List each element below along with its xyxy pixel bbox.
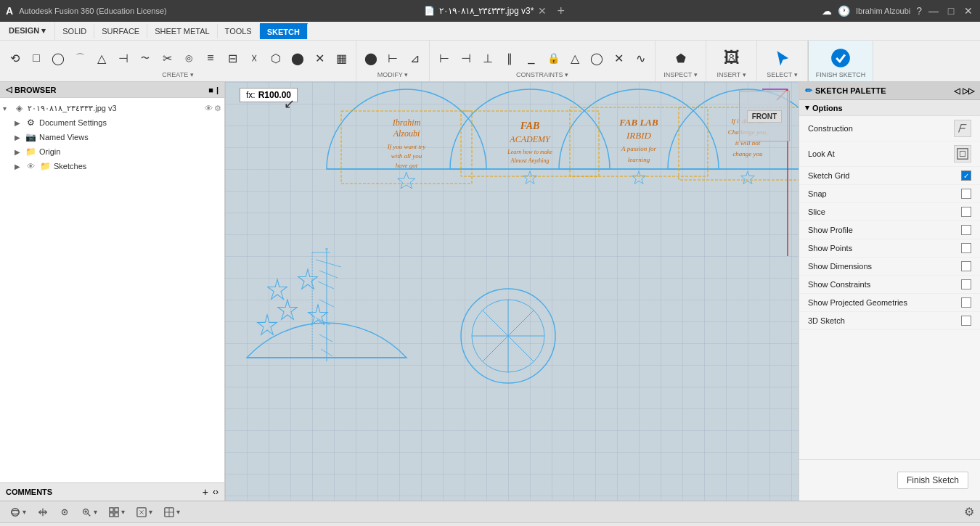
measure-tool[interactable]: ⬟: [671, 48, 691, 68]
palette-row-look-at: Look At: [799, 141, 980, 167]
move-tool[interactable]: ⬤: [361, 48, 381, 68]
mirror-tool[interactable]: ≡: [200, 48, 221, 68]
text-tool[interactable]: ⬡: [266, 48, 286, 68]
maximize-btn[interactable]: □: [945, 5, 957, 17]
select-tool[interactable]: [772, 48, 793, 68]
orbit-btn[interactable]: ▾: [6, 506, 30, 519]
tab-solid[interactable]: SOLID: [55, 24, 94, 38]
help-icon[interactable]: ?: [916, 5, 922, 17]
show-dimensions-checkbox[interactable]: [961, 261, 971, 271]
offset-tool[interactable]: ◎: [179, 48, 199, 68]
svg-marker-0: [777, 52, 787, 65]
slice-checkbox[interactable]: [961, 207, 971, 217]
coincident-tool[interactable]: ⊢: [434, 48, 454, 68]
svg-line-39: [316, 260, 341, 267]
horiz-tool[interactable]: ⎯: [521, 48, 542, 68]
browser-collapse-icon[interactable]: ■: [208, 86, 213, 94]
palette-expand-icon[interactable]: ◁: [954, 86, 960, 96]
explode-tool[interactable]: ⊿: [404, 48, 425, 68]
fix-tool[interactable]: ✕: [608, 48, 629, 68]
snap-checkbox[interactable]: [961, 189, 971, 199]
perp-tool[interactable]: ⊥: [478, 48, 498, 68]
settings-icon[interactable]: ⚙: [964, 506, 974, 518]
svg-text:Almost Anything: Almost Anything: [510, 157, 550, 164]
palette-row-show-projected: Show Projected Geometries: [799, 294, 980, 312]
finish-sketch-toolbar-btn[interactable]: [830, 48, 851, 68]
trim-tool[interactable]: ✂: [157, 48, 177, 68]
svg-marker-36: [309, 305, 328, 324]
tab-tools[interactable]: TOOLS: [218, 24, 260, 38]
show-dimensions-label: Show Dimensions: [808, 262, 872, 271]
root-settings-icon[interactable]: ⚙: [214, 104, 221, 113]
insert-img-tool[interactable]: 🖼: [722, 48, 742, 68]
ellipse-tool[interactable]: ⊣: [113, 48, 134, 68]
show-profile-checkbox[interactable]: [961, 225, 971, 235]
cloud-icon[interactable]: ☁: [822, 5, 832, 17]
3d-sketch-action: [961, 316, 971, 326]
chamfer-tool[interactable]: ▦: [331, 48, 351, 68]
canvas-area[interactable]: fx: R100.00 ↙ Ibrahim Alzoubi If you wan…: [225, 82, 799, 501]
tab-sheet-metal[interactable]: SHEET METAL: [147, 24, 217, 38]
sym-tool[interactable]: ◯: [587, 48, 607, 68]
close-tab-icon[interactable]: ✕: [538, 5, 547, 17]
polygon-tool[interactable]: △: [91, 48, 112, 68]
project-tool[interactable]: ☓: [244, 48, 264, 68]
fillet-tool[interactable]: ✕: [309, 48, 330, 68]
lock-tool[interactable]: 🔒: [543, 48, 563, 68]
tree-sketches[interactable]: ▶ 👁 📁 Sketches: [0, 159, 224, 173]
wireframe-btn[interactable]: ▾: [160, 506, 184, 519]
sketches-eye-icon[interactable]: 👁: [25, 160, 36, 172]
sketch-grid-checkbox[interactable]: [961, 170, 971, 181]
finish-sketch-btn[interactable]: Finish Sketch: [897, 472, 968, 489]
arc-tool[interactable]: ⌒: [70, 48, 90, 68]
show-projected-checkbox[interactable]: [961, 297, 971, 308]
show-constraints-checkbox[interactable]: [961, 279, 971, 289]
browser-back-icon[interactable]: ◁: [6, 85, 12, 94]
show-points-checkbox[interactable]: [961, 243, 971, 253]
circle-tool[interactable]: ◯: [48, 48, 68, 68]
view-mode-btn[interactable]: ▾: [105, 506, 129, 519]
collinear-tool[interactable]: ⊣: [456, 48, 476, 68]
options-title[interactable]: ▾ Options: [799, 100, 980, 116]
comments-collapse-icon[interactable]: ‹›: [213, 487, 219, 497]
root-eye-icon[interactable]: 👁: [205, 104, 213, 112]
tree-doc-settings[interactable]: ▶ ⚙ Document Settings: [0, 115, 224, 130]
zoom-btn[interactable]: ▾: [77, 506, 102, 519]
tree-root[interactable]: ▾ ◈ ٢٣٤٣٣٣_٢٠١٩٠٨١٨.jpg v3 👁 ⚙: [0, 101, 224, 115]
inspect-icons: ⬟: [671, 42, 691, 71]
construction-btn[interactable]: [954, 120, 971, 137]
browser-header: ◁ BROWSER ■ |: [0, 82, 224, 98]
look-btn[interactable]: [55, 506, 74, 519]
design-dropdown[interactable]: DESIGN ▾: [0, 22, 55, 40]
tree-named-views[interactable]: ▶ 📷 Named Views: [0, 130, 224, 144]
comments-add-icon[interactable]: +: [203, 486, 208, 498]
minimize-btn[interactable]: —: [928, 5, 939, 17]
snap-action: [961, 189, 971, 199]
history-icon[interactable]: 🕐: [838, 5, 850, 17]
tree-origin[interactable]: ▶ 📁 Origin: [0, 144, 224, 159]
pattern-tool[interactable]: ⊟: [222, 48, 242, 68]
snap-label: Snap: [808, 189, 827, 198]
scale-tool[interactable]: ⊢: [383, 48, 403, 68]
rect-tool[interactable]: □: [26, 48, 46, 68]
palette-detach-icon[interactable]: ▷▷: [963, 86, 974, 96]
3d-sketch-checkbox[interactable]: [961, 316, 971, 326]
equal-tool[interactable]: △: [565, 48, 585, 68]
mid-tool[interactable]: ∿: [630, 48, 650, 68]
browser-expand-icon[interactable]: |: [216, 86, 219, 94]
tab-surface[interactable]: SURFACE: [94, 24, 147, 38]
pan-btn[interactable]: [33, 506, 52, 519]
dim-tool[interactable]: ⬤: [287, 48, 308, 68]
tab-sketch[interactable]: SKETCH: [260, 23, 308, 39]
view-cube[interactable]: FRONT: [739, 91, 790, 141]
line-tool[interactable]: ⟲: [4, 48, 25, 68]
spline-tool[interactable]: 〜: [135, 48, 155, 68]
add-tab-icon[interactable]: +: [557, 4, 565, 19]
display-btn[interactable]: ▾: [132, 506, 157, 519]
finish-sketch-container: Finish Sketch: [799, 459, 980, 501]
close-btn[interactable]: ✕: [963, 5, 974, 17]
parallel-tool[interactable]: ∥: [499, 48, 520, 68]
look-at-btn[interactable]: [954, 145, 971, 163]
sketch-bottom: [247, 249, 407, 361]
browser-tree: ▾ ◈ ٢٣٤٣٣٣_٢٠١٩٠٨١٨.jpg v3 👁 ⚙ ▶ ⚙ Docum…: [0, 98, 224, 482]
